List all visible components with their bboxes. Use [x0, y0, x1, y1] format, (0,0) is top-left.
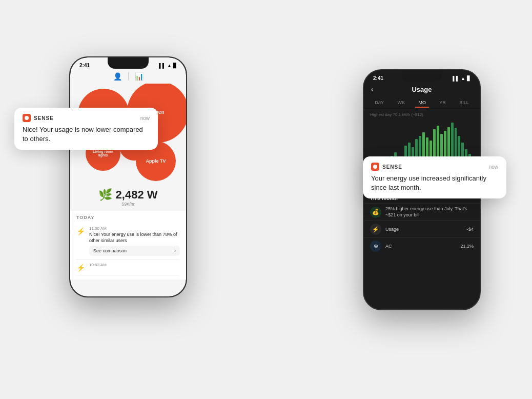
- notification-card-1: SENSE now Nice! Your usage is now lower …: [14, 108, 158, 150]
- notif2-brand: SENSE: [371, 163, 402, 171]
- phone2-statusbar: 2:41 ▌▌ ▲ ▊: [364, 70, 480, 83]
- phone1-statusbar: 2:41 ▌▌ ▲ ▊: [70, 57, 186, 70]
- phone1-time: 2:41: [79, 63, 90, 68]
- month-item-2: ⚡ Usage ~$4: [364, 221, 480, 237]
- tab-day[interactable]: DAY: [372, 98, 387, 108]
- month-item-2-label: Usage: [385, 227, 462, 233]
- tab-wk[interactable]: WK: [394, 98, 408, 108]
- notif1-brand: SENSE: [23, 114, 54, 122]
- today-item-2: ⚡ 10:52 AM: [76, 260, 180, 275]
- tab-bar: DAY WK MO YR BILL: [364, 96, 480, 110]
- energy-icon: ⚡: [76, 227, 85, 235]
- power-value: 🌿 2,482 W: [98, 188, 157, 202]
- phone2-time: 2:41: [373, 75, 383, 81]
- today-time-2: 10:52 AM: [89, 263, 180, 267]
- ac-icon: ❄: [370, 241, 381, 252]
- month-item-1-text: 25% higher energy use than July. That's …: [385, 206, 474, 218]
- chart-label: Highest day 70.1 kWh (~$12): [364, 110, 480, 119]
- phone2-status-icons: ▌▌ ▲ ▊: [453, 76, 470, 81]
- bar-chart-icon: 📊: [135, 72, 144, 81]
- energy-icon-2: ⚡: [76, 264, 85, 272]
- phone1-status-icons: ▌▌ ▲ ▊: [159, 63, 177, 68]
- today-desc-1: Nice! Your energy use is lower than 78% …: [89, 232, 180, 244]
- usage-icon: ⚡: [370, 224, 381, 235]
- month-item-2-value: ~$4: [466, 227, 474, 232]
- tab-yr[interactable]: YR: [436, 98, 449, 108]
- month-item-3-label: AC: [385, 244, 456, 250]
- see-comparison-button[interactable]: See comparison ›: [89, 246, 180, 256]
- notif1-header: SENSE now: [23, 114, 150, 122]
- today-label: TODAY: [76, 215, 180, 220]
- notif1-message: Nice! Your usage is now lower compared t…: [23, 125, 150, 144]
- today-time-1: 11:00 AM: [89, 226, 180, 231]
- today-item-1: ⚡ 11:00 AM Nice! Your energy use is lowe…: [76, 223, 180, 260]
- notif1-app-name: SENSE: [34, 115, 54, 121]
- notif2-header: SENSE now: [371, 163, 498, 171]
- money-icon: 💰: [370, 207, 381, 218]
- sense-logo-1: [23, 114, 31, 122]
- divider: [128, 72, 129, 81]
- tab-mo[interactable]: MO: [415, 98, 429, 108]
- person-icon: 👤: [113, 72, 122, 81]
- notif2-time: now: [489, 164, 498, 170]
- leaf-icon: 🌿: [98, 188, 112, 201]
- phone-left: 2:41 ▌▌ ▲ ▊ 👤 📊 Toaster Oven: [69, 56, 187, 297]
- scene: 2:41 ▌▌ ▲ ▊ 👤 📊 Toaster Oven: [0, 0, 532, 399]
- month-item-3-value: 21.2%: [460, 244, 474, 249]
- month-item-3: ❄ AC 21.2%: [364, 237, 480, 254]
- notif2-app-name: SENSE: [382, 164, 402, 170]
- usage-title: Usage: [412, 86, 432, 93]
- phone1-screen: 2:41 ▌▌ ▲ ▊ 👤 📊 Toaster Oven: [70, 57, 186, 296]
- notif2-message: Your energy use increased significantly …: [371, 174, 498, 192]
- month-item-1: 💰 25% higher energy use than July. That'…: [364, 203, 480, 221]
- power-display: 🌿 2,482 W 59¢/hr: [70, 186, 186, 209]
- tab-bill[interactable]: BILL: [456, 98, 472, 108]
- sense-logo-2: [371, 163, 379, 171]
- notif1-time: now: [140, 115, 150, 121]
- phone2-header: ‹ Usage: [364, 83, 480, 96]
- phone1-header: 👤 📊: [70, 70, 186, 84]
- back-button[interactable]: ‹: [371, 85, 374, 93]
- chevron-right-icon: ›: [174, 248, 176, 253]
- today-section: TODAY ⚡ 11:00 AM Nice! Your energy use i…: [70, 211, 186, 280]
- power-rate: 59¢/hr: [121, 202, 135, 207]
- notification-card-2: SENSE now Your energy use increased sign…: [363, 156, 506, 198]
